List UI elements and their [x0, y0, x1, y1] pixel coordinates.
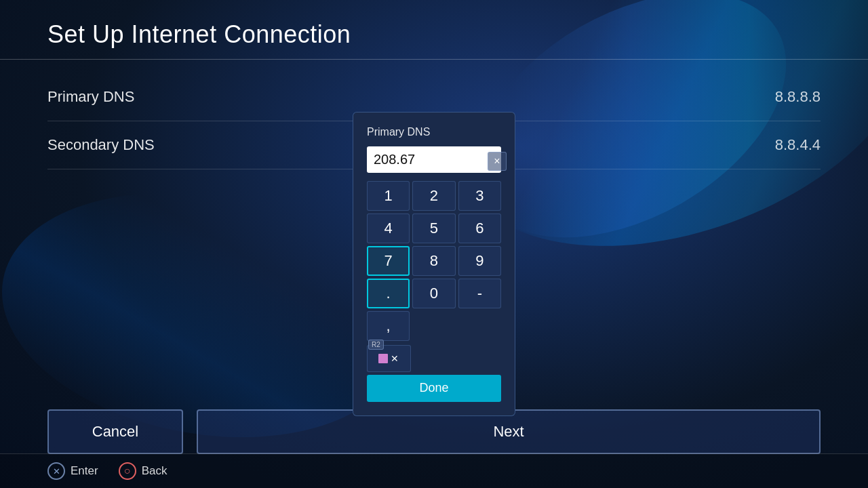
key-3[interactable]: 3 [458, 181, 501, 211]
back-hint: ○ Back [119, 462, 167, 480]
x-button-icon: ✕ [47, 462, 65, 480]
hint-bar: ✕ Enter ○ Back [0, 453, 868, 488]
key-6[interactable]: 6 [458, 214, 501, 243]
key-empty-1 [412, 311, 455, 341]
key-8[interactable]: 8 [412, 246, 455, 276]
key-comma[interactable]: , [367, 311, 410, 341]
key-9[interactable]: 9 [458, 246, 501, 276]
key-1[interactable]: 1 [367, 181, 410, 211]
backspace-label: ✕ [391, 353, 399, 364]
done-button[interactable]: R2 Done [367, 375, 501, 402]
action-row: ✕ R2 Done [367, 345, 501, 402]
enter-hint: ✕ Enter [47, 462, 98, 480]
page-title: Set Up Internet Connection [47, 20, 821, 49]
header: Set Up Internet Connection [0, 0, 868, 60]
key-4[interactable]: 4 [367, 214, 410, 243]
enter-label: Enter [71, 464, 98, 478]
numpad-dialog: Primary DNS × 1 2 3 4 5 6 7 8 9 . 0 - [353, 112, 515, 416]
numpad: 1 2 3 4 5 6 7 8 9 . 0 - , [367, 181, 501, 341]
square-icon [378, 354, 388, 363]
done-label: Done [419, 381, 448, 395]
dialog-title: Primary DNS [367, 126, 501, 138]
key-2[interactable]: 2 [412, 181, 455, 211]
back-label: Back [142, 464, 167, 478]
dialog-overlay: Primary DNS × 1 2 3 4 5 6 7 8 9 . 0 - [0, 60, 868, 488]
key-5[interactable]: 5 [412, 214, 455, 243]
key-7[interactable]: 7 [367, 246, 410, 276]
key-empty-2 [458, 311, 501, 341]
o-button-icon: ○ [119, 462, 136, 480]
key-dot[interactable]: . [367, 279, 410, 308]
main-content: Primary DNS 8.8.8.8 Secondary DNS 8.8.4.… [0, 60, 868, 488]
r2-badge: R2 [368, 340, 384, 350]
close-button[interactable]: × [488, 152, 507, 171]
key-0[interactable]: 0 [412, 279, 455, 308]
dns-input[interactable] [367, 146, 501, 173]
key-dash[interactable]: - [458, 279, 501, 308]
